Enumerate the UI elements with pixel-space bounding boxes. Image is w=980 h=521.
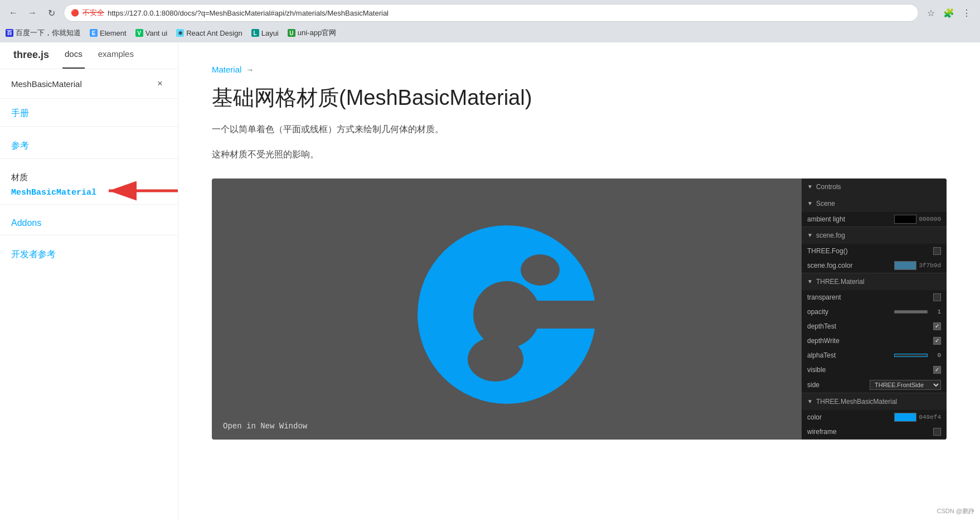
depthtest-checkbox[interactable]: ✓: [933, 322, 941, 330]
breadcrumb-material-link[interactable]: Material: [212, 65, 241, 74]
sidebar-item-addons[interactable]: Addons: [11, 218, 41, 228]
uniapp-label: uni-app官网: [298, 28, 336, 38]
react-favicon: ⚛: [176, 29, 184, 37]
side-dropdown[interactable]: THREE.FrontSide THREE.BackSide THREE.Dou…: [870, 380, 941, 390]
ambient-light-row: ambient light 000000: [802, 212, 947, 226]
fog-label: scene.fog: [816, 231, 845, 239]
ambient-light-color-swatch[interactable]: [894, 215, 916, 224]
fog-color-value: 3f7b9d: [894, 261, 941, 270]
visible-checkbox[interactable]: ✓: [933, 366, 941, 374]
extension-icon[interactable]: 🧩: [941, 5, 957, 21]
depthwrite-row: depthWrite ✓: [802, 334, 947, 348]
wireframe-checkbox[interactable]: [933, 428, 941, 436]
depthwrite-label: depthWrite: [807, 337, 930, 345]
alphatest-row: alphaTest 0: [802, 348, 947, 363]
bookmark-element[interactable]: E Element: [90, 29, 127, 37]
alphatest-slider-bar: [894, 354, 928, 357]
transparent-value: [933, 293, 941, 301]
doc-note: 这种材质不受光照的影响。: [212, 147, 947, 162]
sidebar-link-meshbasicmaterial[interactable]: MeshBasicMaterial: [11, 188, 96, 197]
sidebar-nav: three.js docs examples: [0, 42, 178, 69]
transparent-row: transparent: [802, 290, 947, 305]
visible-check-icon: ✓: [935, 366, 939, 373]
threejs-logo-svg: [401, 203, 613, 415]
controls-header[interactable]: ▼ Controls: [802, 179, 947, 195]
star-icon[interactable]: ☆: [923, 5, 939, 21]
material-chevron-icon: ▼: [807, 278, 813, 284]
breadcrumb: Material →: [212, 65, 947, 74]
tab-examples[interactable]: examples: [96, 42, 136, 69]
bookmark-react[interactable]: ⚛ React Ant Design: [176, 29, 242, 37]
tab-docs[interactable]: docs: [62, 42, 85, 69]
menu-icon[interactable]: ⋮: [959, 5, 974, 21]
baidu-favicon: 百: [6, 29, 13, 37]
refresh-button[interactable]: ↻: [43, 5, 59, 21]
sidebar-item-reference[interactable]: 参考: [11, 141, 29, 150]
sidebar-item-meshbasicmaterial: MeshBasicMaterial: [0, 185, 178, 200]
sidebar-search-title: MeshBasicMaterial: [11, 79, 82, 89]
sidebar-item-devref[interactable]: 开发者参考: [11, 249, 56, 259]
bookmark-uniapp[interactable]: U uni-app官网: [288, 28, 336, 38]
baidu-label: 百度一下，你就知道: [16, 28, 81, 38]
three-fog-value: [933, 247, 941, 255]
transparent-checkbox[interactable]: [933, 293, 941, 301]
page-title: 基础网格材质(MeshBasicMaterial): [212, 85, 947, 111]
bookmark-layui[interactable]: L Layui: [251, 29, 279, 37]
opacity-slider[interactable]: 1: [894, 308, 941, 315]
alphatest-slider[interactable]: 0: [894, 352, 941, 359]
sidebar-body: 手册 参考 材质 MeshBasicMaterial: [0, 99, 178, 521]
three-fog-checkbox[interactable]: [933, 247, 941, 255]
fog-section-header[interactable]: ▼ scene.fog: [802, 227, 947, 244]
back-button[interactable]: ←: [6, 5, 21, 21]
bookmark-vant[interactable]: V Vant ui: [135, 29, 168, 37]
three-fog-row: THREE.Fog(): [802, 244, 947, 258]
alphatest-slider-val: 0: [930, 352, 941, 359]
element-favicon: E: [90, 29, 98, 37]
sidebar: three.js docs examples MeshBasicMaterial…: [0, 42, 178, 521]
controls-chevron-icon: ▼: [807, 184, 813, 190]
controls-meshbasic-section: ▼ THREE.MeshBasicMaterial color 049ef4 w…: [802, 393, 947, 440]
color-text: 049ef4: [919, 414, 941, 421]
svg-point-6: [521, 254, 560, 286]
doc-subtitle: 一个以简单着色（平面或线框）方式来绘制几何体的材质。: [212, 122, 947, 137]
depthwrite-checkbox[interactable]: ✓: [933, 337, 941, 345]
meshbasic-section-header[interactable]: ▼ THREE.MeshBasicMaterial: [802, 393, 947, 410]
scene-section-header[interactable]: ▼ Scene: [802, 195, 947, 212]
fog-color-swatch[interactable]: [894, 261, 916, 270]
opacity-row: opacity 1: [802, 305, 947, 319]
forward-button[interactable]: →: [25, 5, 40, 21]
sidebar-material-header: 材质: [11, 172, 28, 182]
nav-buttons: ← → ↻: [6, 5, 59, 21]
color-label: color: [807, 413, 891, 421]
opacity-slider-bar: [894, 310, 928, 313]
side-label: side: [807, 381, 866, 389]
address-bar[interactable]: 🔴 不安全 https://127.0.0.1:8080/docs/?q=Mes…: [64, 4, 919, 22]
color-swatch[interactable]: [894, 413, 916, 422]
material-label: THREE.Material: [816, 278, 865, 286]
visible-value: ✓: [933, 366, 941, 374]
controls-fog-section: ▼ scene.fog THREE.Fog() scene.fog.color: [802, 227, 947, 273]
vant-label: Vant ui: [145, 29, 168, 37]
controls-header-label: Controls: [816, 183, 841, 191]
controls-panel: ▼ Controls ▼ Scene ambient light: [802, 179, 947, 440]
sidebar-search-header: MeshBasicMaterial ×: [0, 69, 178, 99]
sidebar-section-manual: 手册: [0, 99, 178, 122]
sidebar-item-manual[interactable]: 手册: [11, 108, 29, 118]
security-icon: 🔴: [71, 9, 79, 17]
sidebar-close-button[interactable]: ×: [153, 77, 167, 90]
divider-4: [0, 235, 178, 235]
material-section-header[interactable]: ▼ THREE.Material: [802, 273, 947, 290]
controls-scene-section: ▼ Scene ambient light 000000: [802, 195, 947, 227]
sidebar-section-addons: Addons: [0, 209, 178, 230]
open-window-label[interactable]: Open in New Window: [223, 422, 307, 431]
bookmark-baidu[interactable]: 百 百度一下，你就知道: [6, 28, 81, 38]
breadcrumb-arrow: →: [246, 65, 254, 74]
toolbar-right: ☆ 🧩 ⋮: [923, 5, 974, 21]
color-row: color 049ef4: [802, 410, 947, 424]
annotation-arrow: [103, 181, 178, 201]
scene-label: Scene: [816, 200, 835, 208]
opacity-slider-val: 1: [930, 308, 941, 315]
sidebar-logo: three.js: [11, 42, 51, 69]
bookmarks-bar: 百 百度一下，你就知道 E Element V Vant ui ⚛ React …: [0, 26, 980, 42]
alphatest-value: 0: [894, 352, 941, 359]
